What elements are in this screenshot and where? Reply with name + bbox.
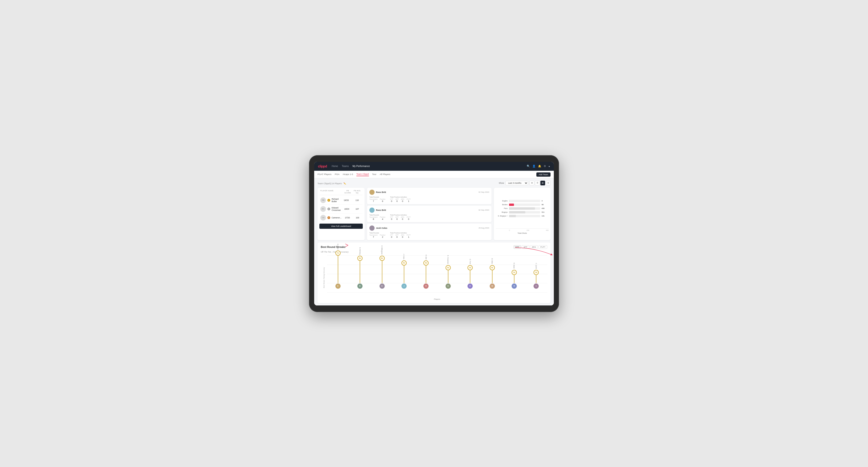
player-pb-score: 19/20 <box>342 199 351 201</box>
list-view-button[interactable]: ☰ <box>535 181 540 185</box>
practice-value: 6 <box>382 200 383 203</box>
pc-stats: Total Rounds Tournament 8 Practice 4 <box>369 214 489 220</box>
sub-nav-pgat[interactable]: PGAT Players <box>317 173 331 176</box>
avatar-icon[interactable]: ● <box>549 165 550 168</box>
search-icon[interactable]: 🔍 <box>527 165 530 168</box>
filter-arg[interactable]: ARG <box>530 245 538 249</box>
table-row: CA 3 Cameron... 17/20 103 <box>319 214 363 222</box>
player-name: Richard Butler <box>332 198 340 203</box>
chart-axis: 0 200 400 <box>496 228 549 231</box>
player-pb-avg: 107 <box>352 208 362 210</box>
bar-track <box>509 211 540 214</box>
streak-player-name: R. Britt <box>425 255 427 259</box>
chart-title: Total Shots <box>496 232 549 234</box>
pc-stats: Total Rounds Tournament 7 Practice 2 <box>369 232 489 238</box>
pc-stats: Total Rounds Tournament 7 Practice 6 <box>369 196 489 203</box>
card-view-button[interactable]: ▤ <box>540 181 545 185</box>
show-controls: Show Last 3 months Last 6 months Last 12… <box>499 181 551 185</box>
nav-logo: clippd <box>318 164 327 168</box>
streak-avatar: C <box>533 283 539 289</box>
streak-col: 4xD. FordD <box>459 255 481 290</box>
bell-icon[interactable]: 🔔 <box>538 165 541 168</box>
nav-link-my-performance[interactable]: My Performance <box>352 165 370 167</box>
sub-nav-hcaps[interactable]: Hcaps 1-5 <box>343 173 353 176</box>
bar-row-eagles: Eagles 3 <box>496 200 549 202</box>
streak-bubble: 3x <box>533 270 539 275</box>
bar-value: 3 <box>541 200 549 202</box>
player-card-date: 02 Sep 2023 <box>478 191 489 193</box>
streak-line <box>426 266 426 283</box>
bar-value: 311 <box>541 211 549 213</box>
bar-label: Pars <box>496 207 507 210</box>
rank-badge-1: 1 <box>328 199 330 201</box>
filter-putt[interactable]: PUTT <box>538 245 547 249</box>
top-row: PLAYER NAME PB SCORE PB AVG SQ RB 1 Rich… <box>317 188 551 240</box>
avatar: RB <box>320 197 326 203</box>
grid-view-button[interactable]: ⊞ <box>530 181 534 185</box>
streak-bubble: 7x <box>335 250 341 256</box>
sub-nav-tour[interactable]: Tour <box>372 173 376 176</box>
rank-badge-2: 2 <box>328 208 330 210</box>
best-round-streaks-section: Best Round Streaks OTT APP ARG PUTT Off … <box>317 243 551 303</box>
nav-right: 🔍 👤 🔔 ⚙ ● <box>527 165 550 168</box>
filter-app[interactable]: APP <box>522 245 529 249</box>
streak-line <box>514 275 515 283</box>
sub-nav-pga[interactable]: PGA <box>335 173 339 176</box>
lb-header: PLAYER NAME PB SCORE PB AVG SQ <box>319 190 363 195</box>
streak-bubble: 6x <box>379 256 385 261</box>
table-view-button[interactable]: ⊟ <box>546 181 551 185</box>
streak-columns: 7xE. EbertE6xB. McHergB6xD. BillinghamD5… <box>327 255 547 297</box>
activities-sub: OTT 0 APP 0 ARG 0 <box>390 198 411 203</box>
bar-value: 96 <box>541 204 549 206</box>
bs-title: Best Round Streaks <box>321 246 346 248</box>
streak-avatar: D <box>467 283 473 289</box>
nav-link-home[interactable]: Home <box>332 165 338 167</box>
team-title-group: Team Clippd | 14 Players ✏️ <box>317 181 346 185</box>
streak-col: 3xR. ButlerR <box>503 255 525 290</box>
streak-bubble: 4x <box>490 265 495 270</box>
streak-col: 5xJ. ColesJ <box>393 255 415 290</box>
bar-track <box>509 200 540 202</box>
view-icons: ⊞ ☰ ▤ ⊟ <box>530 181 551 185</box>
player-card-name: Josh Coles <box>376 227 387 229</box>
streak-player-name: R. Butler <box>513 263 515 269</box>
lb-col-pb-score: PB SCORE <box>343 190 352 194</box>
y-axis-container: Best Streak, Fairway Accuracy <box>321 255 327 300</box>
view-leaderboard-button[interactable]: View Full Leaderboard <box>319 224 363 229</box>
avatar <box>369 225 375 231</box>
bar-fill <box>509 207 535 210</box>
streak-col: 6xD. BillinghamD <box>371 255 393 290</box>
sub-nav-team-clippd[interactable]: Team Clippd <box>356 173 369 176</box>
pc-total-rounds: Total Rounds Tournament 8 Practice 4 <box>369 214 385 220</box>
streak-player-name: D. Ford <box>469 259 471 264</box>
streak-line <box>536 275 536 283</box>
tablet-frame: clippd Home Teams My Performance 🔍 👤 🔔 ⚙… <box>309 155 559 312</box>
period-dropdown[interactable]: Last 3 months Last 6 months Last 12 mont… <box>505 181 528 185</box>
team-title: Team Clippd | 14 Players ✏️ <box>317 182 346 185</box>
streak-avatar: R <box>423 283 429 289</box>
tournament-label: Tournament <box>369 198 377 200</box>
nav-link-teams[interactable]: Teams <box>342 165 349 167</box>
main-content: Team Clippd | 14 Players ✏️ Show Last 3 … <box>314 178 554 305</box>
settings-icon[interactable]: ⚙ <box>544 165 546 168</box>
bar-row-pars: Pars 499 <box>496 207 549 210</box>
player-card-0: Rees Britt 02 Sep 2023 Total Rounds Tour… <box>367 188 492 204</box>
player-pb-score: 17/20 <box>343 217 352 219</box>
bar-track <box>509 215 540 217</box>
add-team-button[interactable]: Add Team <box>536 173 551 177</box>
bar-row-bogeys: Bogeys 311 <box>496 211 549 214</box>
filter-ott[interactable]: OTT <box>514 245 521 249</box>
bar-fill <box>509 211 525 214</box>
bar-track <box>509 207 540 210</box>
edit-icon[interactable]: ✏️ <box>343 182 346 185</box>
tournament-value: 7 <box>373 200 374 203</box>
player-card-name: Rees Britt <box>376 191 386 193</box>
user-icon[interactable]: 👤 <box>532 165 536 168</box>
practice-stat: Practice 6 <box>380 198 385 203</box>
practice-label: Practice <box>380 198 385 200</box>
nav-bar: clippd Home Teams My Performance 🔍 👤 🔔 ⚙… <box>314 162 554 171</box>
sub-nav-all-players[interactable]: All Players <box>380 173 390 176</box>
bs-header: Best Round Streaks OTT APP ARG PUTT <box>321 245 547 249</box>
streak-player-name: C. Quick <box>535 263 537 269</box>
player-name: Edward Crossman <box>332 207 341 211</box>
